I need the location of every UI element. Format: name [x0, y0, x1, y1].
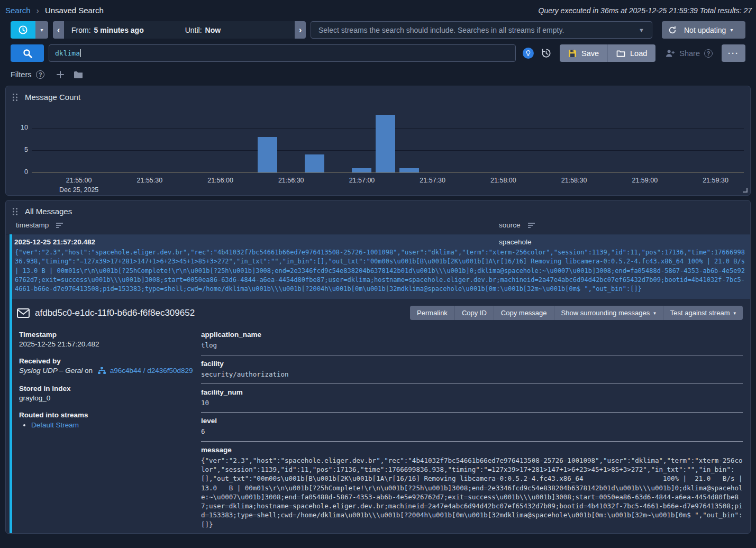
meta-stored-value: graylog_0 — [19, 394, 201, 402]
field-name-message[interactable]: message — [201, 446, 743, 454]
share-button[interactable]: Share ? — [663, 44, 715, 62]
filters-label: Filters — [11, 70, 31, 79]
received-on-word: on — [85, 367, 93, 375]
action-show-surrounding-messages[interactable]: Show surrounding messages▾ — [554, 306, 663, 320]
action-copy-id[interactable]: Copy ID — [455, 306, 494, 320]
y-axis-label: 10 — [6, 124, 28, 131]
chart-bar[interactable] — [305, 154, 324, 172]
text-cursor — [80, 49, 81, 57]
timerange-type-button[interactable] — [11, 21, 35, 39]
refresh-controls-button[interactable]: Not updating ▾ — [662, 21, 745, 39]
field-name-facility_num[interactable]: facility_num — [201, 388, 743, 396]
filters-help-icon[interactable]: ? — [36, 70, 44, 79]
column-header-timestamp[interactable]: timestamp — [16, 221, 49, 229]
drag-handle-icon[interactable] — [12, 207, 18, 216]
chart-bar[interactable] — [399, 168, 419, 172]
chevron-right-icon: › — [299, 25, 302, 35]
meta-timestamp-label: Timestamp — [19, 331, 201, 339]
breadcrumb-search-link[interactable]: Search — [5, 6, 31, 15]
x-axis-label: 21:59:30 — [684, 177, 748, 184]
field-name-application_name[interactable]: application_name — [201, 331, 743, 339]
x-axis-label: 21:56:30 — [259, 177, 323, 184]
message-actions: PermalinkCopy IDCopy messageShow surroun… — [410, 306, 743, 320]
field-value-message: {"ver":"2.3","host":"spacehole.eliger.de… — [201, 456, 743, 529]
chart-bar[interactable] — [258, 137, 277, 172]
field-value-level: 6 — [201, 427, 743, 436]
timerange-display[interactable]: From: 5 minutes ago Until: Now — [64, 21, 295, 39]
node-icon — [98, 367, 106, 376]
history-icon — [541, 48, 552, 59]
node-link[interactable]: a96c4b44 / d2436f50d829 — [110, 367, 193, 375]
message-detail: afdbd5c0-e1dc-11f0-b6d6-f6f8ec309652 Per… — [12, 299, 750, 534]
resize-handle[interactable] — [743, 188, 748, 193]
meta-timestamp-value: 2025-12-25 21:57:20.482 — [19, 340, 201, 348]
all-messages-header: All Messages — [6, 200, 750, 216]
chart-bar[interactable] — [352, 168, 371, 172]
drag-handle-icon[interactable] — [12, 93, 18, 102]
load-button-label: Load — [630, 49, 647, 58]
load-button[interactable]: Load — [607, 44, 655, 62]
x-axis-label: 21:57:30 — [401, 177, 464, 184]
meta-received-by: Received by Syslog UDP – Geral on a96c4b… — [19, 357, 201, 376]
action-copy-message[interactable]: Copy message — [494, 306, 554, 320]
chart-plot: 051021:55:00Dec 25, 202521:55:3021:56:00… — [6, 109, 750, 194]
plus-icon — [57, 71, 64, 78]
refresh-icon — [668, 26, 677, 34]
sort-icon[interactable] — [56, 222, 64, 229]
clock-icon — [18, 25, 28, 35]
meta-routed-label: Routed into streams — [19, 411, 201, 419]
meta-stored-in-index: Stored in index graylog_0 — [19, 385, 201, 402]
sort-icon[interactable] — [528, 222, 536, 229]
message-row-expanded[interactable]: 2025-12-25 21:57:20.482 spacehole {"ver"… — [10, 234, 750, 534]
action-permalink[interactable]: Permalink — [410, 306, 455, 320]
message-row-summary[interactable]: 2025-12-25 21:57:20.482 spacehole — [12, 234, 750, 246]
chevron-down-icon: ▼ — [639, 27, 644, 33]
timerange-back-button[interactable]: ‹ — [53, 21, 64, 39]
chart-bar[interactable] — [376, 115, 395, 172]
action-test-against-stream[interactable]: Test against stream▾ — [663, 306, 743, 320]
saved-filters-button[interactable] — [74, 71, 83, 79]
messages-table-header: timestamp source — [6, 221, 750, 234]
stream-select[interactable]: Select streams the search should include… — [311, 21, 652, 39]
message-id: afdbd5c0-e1dc-11f0-b6d6-f6f8ec309652 — [35, 308, 195, 318]
timerange-forward-button[interactable]: › — [295, 21, 306, 39]
search-controls-row: ▾ ‹ From: 5 minutes ago Until: Now › Sel… — [11, 21, 745, 39]
folder-icon — [74, 71, 83, 79]
query-validation-button[interactable] — [523, 48, 534, 59]
all-messages-title: All Messages — [25, 207, 72, 216]
more-actions-button[interactable]: ··· — [722, 44, 745, 62]
all-messages-panel: All Messages timestamp source 2025-12-25… — [5, 200, 751, 534]
breadcrumb-separator: › — [37, 6, 39, 15]
x-axis-label: 21:55:30 — [118, 177, 181, 184]
query-history-button[interactable] — [541, 48, 552, 59]
breadcrumb: Search › Unsaved Search — [5, 6, 104, 15]
chart-x-axis — [32, 172, 744, 173]
graylog-search-page: Search › Unsaved Search Query executed i… — [0, 0, 756, 548]
until-value: Now — [205, 26, 221, 34]
field-name-facility[interactable]: facility — [201, 360, 743, 368]
chevron-down-icon: ▾ — [733, 310, 736, 316]
save-button[interactable]: Save — [560, 44, 607, 62]
message-source-cell: spacehole — [499, 238, 532, 246]
action-label: Copy ID — [462, 309, 487, 317]
field-application_name: application_nametlog — [201, 331, 743, 355]
action-label: Test against stream — [670, 309, 730, 317]
column-header-source[interactable]: source — [499, 221, 521, 229]
folder-icon — [616, 50, 625, 57]
field-value-application_name: tlog — [201, 341, 743, 350]
search-query-input[interactable]: dklima — [49, 44, 516, 62]
add-filter-button[interactable] — [57, 71, 64, 78]
field-name-level[interactable]: level — [201, 417, 743, 425]
search-submit-button[interactable] — [11, 44, 44, 62]
timerange-dropdown-button[interactable]: ▾ — [35, 21, 48, 39]
y-axis-label: 5 — [6, 146, 28, 153]
stream-link[interactable]: Default Stream — [31, 421, 201, 429]
x-axis-label: 21:58:00 — [471, 177, 535, 184]
share-person-icon — [665, 49, 675, 57]
field-message: message{"ver":"2.3","host":"spacehole.el… — [201, 446, 743, 534]
share-help-icon[interactable]: ? — [704, 49, 713, 58]
message-timestamp-cell: 2025-12-25 21:57:20.482 — [12, 238, 499, 246]
x-axis-label: 21:59:00 — [613, 177, 677, 184]
message-count-title: Message Count — [25, 93, 80, 102]
action-label: Show surrounding messages — [561, 309, 650, 317]
